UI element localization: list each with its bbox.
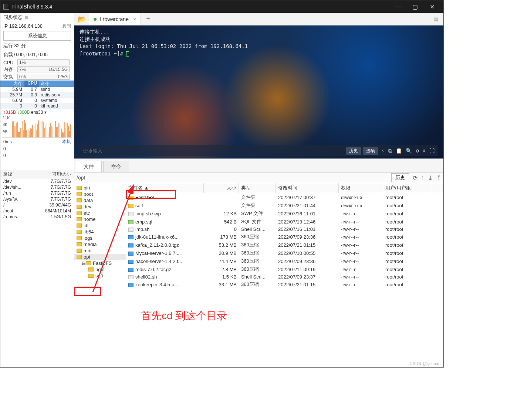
- file-icon: [128, 275, 133, 279]
- disk-path-row[interactable]: /dev/sh...7.7G/7.7G: [0, 184, 74, 190]
- file-row[interactable]: soft文件夹2022/07/21 01:44drwxr-xr-xroot/ro…: [126, 201, 443, 209]
- disk-path-row[interactable]: /dev7.7G/7.7G: [0, 178, 74, 184]
- tree-node-opt[interactable]: opt: [74, 254, 126, 260]
- tree-node-home[interactable]: home: [74, 216, 126, 222]
- folder-icon: [77, 205, 82, 209]
- folder-icon[interactable]: 📂: [74, 15, 89, 24]
- minimize-button[interactable]: —: [389, 3, 406, 10]
- folder-icon: [128, 196, 133, 200]
- tree-node-data[interactable]: data: [74, 197, 126, 204]
- copy-button[interactable]: 复制: [62, 23, 71, 29]
- tree-node-lib64[interactable]: lib64: [74, 229, 126, 235]
- paste-icon[interactable]: 📋: [396, 148, 402, 154]
- up-icon[interactable]: ↑: [421, 174, 424, 181]
- process-row[interactable]: 00kthreadd: [0, 103, 74, 109]
- uptime: 运行 32 分: [0, 41, 74, 50]
- current-path[interactable]: /opt: [77, 175, 391, 181]
- upload-icon[interactable]: ⤒: [436, 174, 441, 181]
- system-info-button[interactable]: 系统信息: [3, 31, 71, 41]
- file-row[interactable]: shell02.sh1.5 KBShell Scri...2022/07/09 …: [126, 273, 443, 280]
- download-icon[interactable]: ⬇: [423, 148, 426, 154]
- tree-node-soft[interactable]: soft: [74, 273, 126, 279]
- latency-host[interactable]: 本机: [62, 139, 71, 145]
- disk-path-row[interactable]: /39.9G/44G: [0, 202, 74, 208]
- file-row[interactable]: redis-7.0.2.tar.gz2.8 MB360压缩2022/07/11 …: [126, 265, 443, 273]
- terminal-panel[interactable]: 连接主机... 连接主机成功 Last login: Thu Jul 21 06…: [74, 25, 443, 158]
- close-tab-icon[interactable]: ×: [133, 16, 136, 22]
- tree-node-mnt[interactable]: mnt: [74, 247, 126, 254]
- process-row[interactable]: 6.6M0systemd: [0, 98, 74, 103]
- file-row[interactable]: .imp.sh.swp12 KBSWP 文件2022/07/16 11:01-r…: [126, 209, 443, 218]
- gear-icon[interactable]: ⚙: [416, 148, 419, 154]
- arc-icon: [128, 283, 133, 287]
- file-row[interactable]: zookeeper-3.4.5-c...33.1 MB360压缩2022/07/…: [126, 280, 443, 288]
- bolt-icon[interactable]: ⚡: [382, 148, 385, 154]
- arc-icon: [128, 252, 133, 256]
- path-header: 路径: [3, 171, 34, 177]
- new-tab-button[interactable]: +: [141, 15, 155, 23]
- file-icon: [128, 228, 133, 232]
- tree-node-logs[interactable]: logs: [74, 235, 126, 241]
- folder-icon: [77, 186, 82, 190]
- folder-tree[interactable]: binbootdatadevetchomeliblib64logsmediamn…: [74, 183, 126, 367]
- tab-towercrane[interactable]: 1 towercrane ×: [89, 13, 141, 25]
- download-icon[interactable]: ⤓: [428, 174, 433, 181]
- latency-row: 0ms . . . . . . . . . . . . . . . . . 本机: [0, 138, 74, 146]
- process-row[interactable]: 5.9M0.7sshd: [0, 87, 74, 92]
- tree-node-etc[interactable]: etc: [74, 210, 126, 216]
- folder-icon: [77, 242, 82, 246]
- tree-node-bin[interactable]: bin: [74, 185, 126, 191]
- file-row[interactable]: jdk-8u111-linux-x6...173 MB360压缩2022/07/…: [126, 233, 443, 241]
- refresh-icon[interactable]: ⟳: [413, 174, 418, 181]
- process-row[interactable]: 25.7M0.3redis-serv: [0, 92, 74, 98]
- folder-icon: [77, 236, 82, 240]
- col-user[interactable]: 用户/用户组: [383, 183, 431, 193]
- path-bar: /opt 历史 ⟳ ↑ ⤓ ⤒: [74, 173, 443, 183]
- history-button[interactable]: 历史: [346, 147, 361, 155]
- session-tabs: 📂 1 towercrane × + ▦: [74, 13, 443, 25]
- tab-label: 1 towercrane: [99, 16, 129, 22]
- tree-node-FastDFS[interactable]: ⊟ FastDFS: [74, 260, 126, 266]
- term-line: 连接主机成功: [80, 36, 248, 43]
- file-row[interactable]: nacos-server-1.4.2.t...74.4 MB360压缩2022/…: [126, 257, 443, 265]
- disk-path-row[interactable]: /run7.7G/7.7G: [0, 190, 74, 196]
- term-line: 连接主机...: [80, 28, 248, 36]
- col-name[interactable]: 文件名 ▲: [126, 183, 204, 193]
- file-icon: [128, 212, 133, 216]
- dropdown-icon[interactable]: ▾: [44, 110, 47, 115]
- tab-file[interactable]: 文件: [76, 161, 102, 172]
- copy-icon[interactable]: ⧉: [388, 148, 392, 154]
- swap-label: 交换: [3, 74, 16, 80]
- path-history-button[interactable]: 历史: [391, 173, 409, 182]
- tree-node-ngin:[interactable]: ngin:: [74, 266, 126, 273]
- options-button[interactable]: 选项: [363, 147, 378, 155]
- col-size[interactable]: 大小: [204, 183, 239, 193]
- col-mem[interactable]: 内存: [0, 81, 24, 87]
- tree-node-lib[interactable]: lib: [74, 222, 126, 229]
- file-row[interactable]: FastDFS文件夹2022/07/17 00:37drwxr-xr-xroot…: [126, 193, 443, 201]
- disk-path-row[interactable]: /boot864M/1014M: [0, 208, 74, 214]
- maximize-button[interactable]: ▢: [406, 3, 423, 10]
- file-row[interactable]: imp.sh0Shell Scri...2022/07/16 11:01-rw-…: [126, 226, 443, 233]
- col-perm[interactable]: 权限: [339, 183, 383, 193]
- tree-node-dev[interactable]: dev: [74, 204, 126, 210]
- file-row[interactable]: kafka_2.11-2.0.0.tgz53.2 MB360压缩2022/07/…: [126, 241, 443, 249]
- search-icon[interactable]: 🔍: [406, 148, 412, 154]
- col-cpu[interactable]: CPU: [24, 81, 39, 87]
- close-button[interactable]: ✕: [423, 3, 440, 10]
- file-row[interactable]: Mycat-server-1.6.7....20.9 MB360压缩2022/0…: [126, 249, 443, 257]
- col-cmd[interactable]: 命令: [39, 81, 74, 87]
- file-row[interactable]: emp.sql542 BSQL 文件2022/07/13 12:46-rw-r-…: [126, 218, 443, 226]
- tree-node-media[interactable]: media: [74, 241, 126, 247]
- tab-command[interactable]: 命令: [103, 161, 129, 172]
- layout-grid-icon[interactable]: ▦: [429, 16, 443, 22]
- col-date[interactable]: 修改时间: [276, 183, 339, 193]
- command-input[interactable]: [83, 148, 344, 154]
- tree-node-boot[interactable]: boot: [74, 191, 126, 197]
- disk-path-row[interactable]: /run/us...1.5G/1.5G: [0, 214, 74, 220]
- fullscreen-icon[interactable]: ⛶: [429, 148, 435, 154]
- col-type[interactable]: 类型: [239, 183, 276, 193]
- disk-path-row[interactable]: /sys/fs/...7.7G/7.7G: [0, 196, 74, 202]
- net-interface: ens33: [31, 110, 43, 115]
- net-up: ↑816B: [3, 110, 16, 115]
